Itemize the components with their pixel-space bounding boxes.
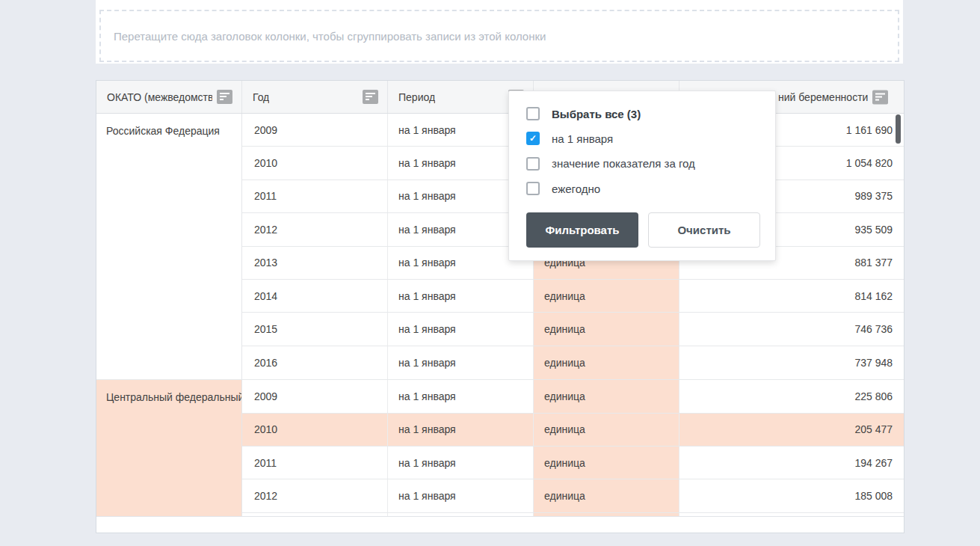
cell-unit: единица bbox=[534, 447, 679, 479]
cell-year: 2012 bbox=[242, 213, 388, 245]
filter-menu-icon[interactable] bbox=[363, 90, 378, 104]
checkbox-unchecked-icon[interactable] bbox=[526, 157, 540, 171]
cell-value: 746 736 bbox=[679, 313, 904, 345]
column-header-year[interactable]: Год bbox=[242, 81, 388, 113]
filter-option-label: ежегодно bbox=[552, 182, 600, 195]
vertical-scrollbar-thumb[interactable] bbox=[896, 114, 901, 144]
filter-menu-icon[interactable] bbox=[872, 90, 888, 104]
cell-year: 2010 bbox=[242, 147, 388, 179]
filter-options: Выбрать все (3)✓на 1 январязначение пока… bbox=[526, 107, 695, 207]
okato-group: Российская Федерация2009на 1 январяедини… bbox=[96, 114, 904, 380]
table-row bbox=[242, 513, 904, 517]
cell-year: 2015 bbox=[242, 313, 388, 345]
okato-group: Центральный федеральный...2009на 1 январ… bbox=[96, 380, 904, 517]
cell-period bbox=[388, 513, 534, 517]
cell-value bbox=[679, 513, 904, 517]
cell-year: 2011 bbox=[242, 447, 388, 479]
cell-unit: единица bbox=[534, 414, 679, 446]
filter-option-label: на 1 января bbox=[552, 132, 613, 145]
filter-option-label: значение показателя за год bbox=[552, 157, 695, 170]
cell-year: 2011 bbox=[242, 180, 388, 212]
cell-year: 2012 bbox=[242, 479, 388, 512]
checkbox-unchecked-icon[interactable] bbox=[526, 182, 540, 195]
filter-option[interactable]: ✓на 1 января bbox=[526, 132, 695, 145]
cell-value: 205 477 bbox=[679, 414, 904, 446]
table-row: 2010на 1 январяединица205 477 bbox=[242, 414, 904, 447]
table-row: 2016на 1 январяединица737 948 bbox=[242, 346, 904, 379]
table-row: 2012на 1 январяединица185 008 bbox=[242, 479, 904, 512]
cell-year: 2009 bbox=[242, 380, 388, 412]
cell-unit bbox=[534, 513, 679, 517]
filter-apply-button[interactable]: Фильтровать bbox=[526, 212, 638, 248]
filter-popup: Выбрать все (3)✓на 1 январязначение пока… bbox=[508, 91, 776, 261]
data-grid: ОКАТО (межведомстве...ГодПериодний берем… bbox=[96, 80, 905, 533]
filter-option[interactable]: значение показателя за год bbox=[526, 157, 695, 171]
cell-period: на 1 января bbox=[388, 313, 534, 345]
group-drop-hint: Перетащите сюда заголовок колонки, чтобы… bbox=[114, 30, 546, 43]
cell-okato: Центральный федеральный... bbox=[96, 380, 242, 517]
cell-period: на 1 января bbox=[388, 280, 534, 312]
filter-option-label: Выбрать все (3) bbox=[552, 108, 641, 120]
filter-option[interactable]: ежегодно bbox=[526, 182, 695, 195]
cell-period: на 1 января bbox=[388, 447, 534, 479]
cell-year: 2013 bbox=[242, 247, 388, 279]
table-row: 2011на 1 январяединица194 267 bbox=[242, 447, 904, 479]
cell-unit: единица bbox=[534, 346, 679, 379]
cell-year bbox=[242, 513, 388, 517]
table-row: 2015на 1 январяединица746 736 bbox=[242, 313, 904, 346]
cell-period: на 1 января bbox=[388, 414, 534, 446]
cell-year: 2010 bbox=[242, 414, 388, 446]
grouping-panel: Перетащите сюда заголовок колонки, чтобы… bbox=[96, 0, 903, 64]
table-row: 2014на 1 январяединица814 162 bbox=[242, 280, 904, 313]
column-header-label: ОКАТО (межведомстве... bbox=[107, 91, 212, 103]
cell-period: на 1 января bbox=[388, 346, 534, 379]
cell-value: 737 948 bbox=[679, 346, 904, 379]
filter-option[interactable]: Выбрать все (3) bbox=[526, 107, 695, 120]
cell-value: 225 806 bbox=[679, 380, 904, 412]
filter-menu-icon[interactable] bbox=[217, 90, 232, 104]
grid-body: Российская Федерация2009на 1 январяедини… bbox=[96, 114, 904, 517]
grid-header: ОКАТО (межведомстве...ГодПериодний берем… bbox=[96, 81, 904, 114]
cell-period: на 1 января bbox=[388, 380, 534, 412]
cell-year: 2014 bbox=[242, 280, 388, 312]
cell-year: 2009 bbox=[242, 114, 388, 146]
checkbox-unchecked-icon[interactable] bbox=[526, 107, 540, 120]
cell-year: 2016 bbox=[242, 346, 388, 379]
column-header-label: Период bbox=[398, 91, 435, 103]
filter-clear-button[interactable]: Очистить bbox=[648, 212, 760, 248]
cell-okato: Российская Федерация bbox=[96, 114, 242, 379]
table-row: 2009на 1 январяединица225 806 bbox=[242, 380, 904, 413]
cell-value: 814 162 bbox=[679, 280, 904, 312]
cell-unit: единица bbox=[534, 380, 679, 412]
column-header-label: ний беременности bbox=[778, 91, 868, 103]
checkbox-checked-icon[interactable]: ✓ bbox=[526, 132, 540, 145]
cell-period: на 1 января bbox=[388, 479, 534, 512]
cell-value: 185 008 bbox=[679, 479, 904, 512]
cell-unit: единица bbox=[534, 280, 679, 312]
group-drop-area[interactable]: Перетащите сюда заголовок колонки, чтобы… bbox=[99, 10, 899, 62]
column-header-label: Год bbox=[253, 91, 269, 103]
cell-unit: единица bbox=[534, 313, 679, 345]
cell-unit: единица bbox=[534, 479, 679, 512]
column-header-okato[interactable]: ОКАТО (межведомстве... bbox=[96, 81, 242, 113]
cell-value: 194 267 bbox=[679, 447, 904, 479]
